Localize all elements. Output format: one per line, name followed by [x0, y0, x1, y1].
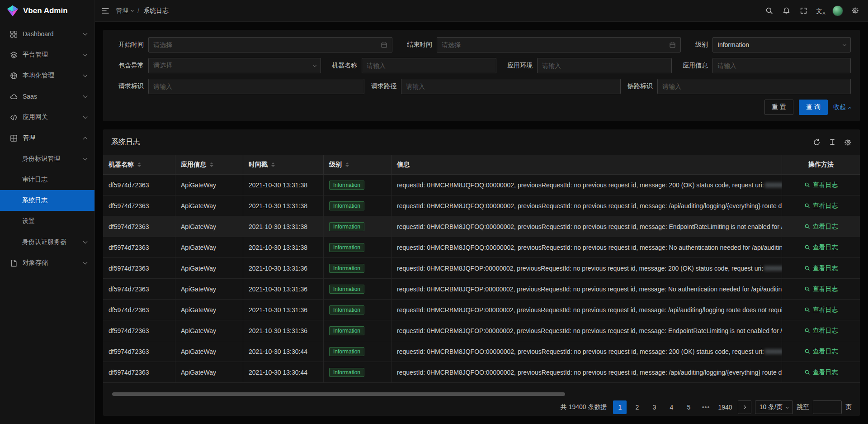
- sidebar-item-identity-server[interactable]: 身份认证服务器: [0, 232, 94, 252]
- col-header-timestamp[interactable]: 时间戳: [243, 155, 324, 175]
- sidebar-item-localization[interactable]: 本地化管理: [0, 65, 94, 86]
- sidebar-item-audit-logs[interactable]: 审计日志: [0, 169, 94, 190]
- level-badge: Information: [329, 368, 364, 377]
- field-request-path: 请求路径: [365, 79, 621, 94]
- cell-machine-name: df5974d72363: [103, 341, 175, 362]
- logo[interactable]: Vben Admin: [0, 0, 94, 22]
- avatar: [832, 5, 843, 16]
- app-info-field[interactable]: [712, 58, 851, 73]
- app-env-field[interactable]: [537, 58, 672, 73]
- sidebar-item-settings[interactable]: 设置: [0, 211, 94, 232]
- page-button-2[interactable]: 2: [630, 400, 644, 414]
- filter-panel: 开始时间 结束时间: [103, 30, 860, 121]
- page-button-last[interactable]: 1940: [716, 400, 734, 414]
- col-header-message: 信息: [392, 155, 782, 175]
- request-path-field[interactable]: [401, 79, 621, 94]
- chevron-down-icon: [131, 8, 134, 11]
- view-log-link[interactable]: 查看日志: [804, 348, 838, 356]
- trace-id-input[interactable]: [662, 83, 846, 90]
- table-header-row: 机器名称 应用信息 时间戳 级别: [103, 155, 860, 175]
- cell-message: requestId: 0HMCRBM8JQFOP:00000002, previ…: [392, 300, 782, 320]
- cell-machine-name: df5974d72363: [103, 216, 175, 237]
- cell-timestamp: 2021-10-30 13:31:36: [243, 279, 324, 300]
- gateway-icon: [10, 114, 18, 121]
- sidebar-item-identity-management[interactable]: 身份标识管理: [0, 148, 94, 169]
- jump-page-input[interactable]: [813, 400, 842, 414]
- request-id-field[interactable]: [148, 79, 364, 94]
- app-env-input[interactable]: [542, 62, 667, 69]
- view-log-link[interactable]: 查看日志: [804, 181, 838, 189]
- col-header-level[interactable]: 级别: [324, 155, 392, 175]
- row-height-icon[interactable]: [829, 138, 836, 146]
- view-log-link[interactable]: 查看日志: [804, 202, 838, 210]
- column-settings-gear-icon[interactable]: [844, 138, 852, 146]
- cell-machine-name: df5974d72363: [103, 300, 175, 320]
- request-path-input[interactable]: [406, 83, 616, 90]
- translate-icon[interactable]: 文A: [812, 0, 829, 22]
- level-select[interactable]: Information: [712, 37, 851, 52]
- sidebar-item-system-logs[interactable]: 系统日志: [0, 190, 94, 211]
- cell-level: Information: [324, 362, 392, 383]
- chevron-up-icon: [83, 137, 88, 141]
- page-button-1[interactable]: 1: [613, 400, 627, 414]
- settings-gear-icon[interactable]: [846, 0, 863, 22]
- notification-bell-icon[interactable]: [778, 0, 795, 22]
- table-row: df5974d72363 ApiGateWay 2021-10-30 13:31…: [103, 279, 860, 300]
- app-info-input[interactable]: [717, 62, 846, 69]
- request-id-input[interactable]: [153, 83, 359, 90]
- machine-name-field[interactable]: [362, 58, 496, 73]
- pagination-ellipsis[interactable]: •••: [699, 400, 712, 414]
- fullscreen-icon[interactable]: [795, 0, 812, 22]
- cell-action: 查看日志: [782, 279, 860, 300]
- breadcrumb-parent[interactable]: 管理: [116, 7, 133, 15]
- sidebar-menu: Dashboard 平台管理 本地化管理: [0, 22, 94, 424]
- search-button[interactable]: 查 询: [799, 100, 828, 115]
- user-avatar[interactable]: [829, 0, 846, 22]
- view-log-link[interactable]: 查看日志: [804, 243, 838, 252]
- page-button-5[interactable]: 5: [682, 400, 695, 414]
- start-time-datepicker[interactable]: [148, 37, 392, 52]
- sidebar-item-gateway[interactable]: 应用网关: [0, 107, 94, 128]
- cell-app-info: ApiGateWay: [175, 195, 243, 216]
- end-time-datepicker[interactable]: [437, 37, 681, 52]
- sidebar-item-object-storage[interactable]: 对象存储: [0, 252, 94, 273]
- col-header-machine-name[interactable]: 机器名称: [103, 155, 175, 175]
- sidebar-collapse-button[interactable]: [95, 0, 116, 22]
- search-icon[interactable]: [760, 0, 778, 22]
- trace-id-field[interactable]: [657, 79, 851, 94]
- breadcrumb-current: 系统日志: [143, 7, 169, 15]
- end-time-input[interactable]: [442, 41, 665, 48]
- view-log-link[interactable]: 查看日志: [804, 306, 838, 314]
- view-log-link[interactable]: 查看日志: [804, 285, 838, 293]
- page-size-select[interactable]: 10 条/页: [755, 400, 793, 414]
- logo-icon: [6, 5, 19, 17]
- page-button-4[interactable]: 4: [665, 400, 678, 414]
- sidebar-item-label: 对象存储: [23, 259, 84, 267]
- refresh-icon[interactable]: [813, 138, 821, 146]
- cell-app-info: ApiGateWay: [175, 362, 243, 383]
- view-log-link[interactable]: 查看日志: [804, 368, 838, 376]
- sidebar-item-saas[interactable]: Saas: [0, 86, 94, 107]
- next-page-button[interactable]: [738, 400, 751, 414]
- view-log-link[interactable]: 查看日志: [804, 264, 838, 272]
- col-header-app-info[interactable]: 应用信息: [175, 155, 243, 175]
- view-log-link[interactable]: 查看日志: [804, 223, 838, 231]
- sidebar-item-management[interactable]: 管理: [0, 128, 94, 148]
- table-row: df5974d72363 ApiGateWay 2021-10-30 13:31…: [103, 195, 860, 216]
- cell-level: Information: [324, 175, 392, 195]
- reset-button[interactable]: 重 置: [764, 100, 793, 115]
- view-log-link[interactable]: 查看日志: [804, 327, 838, 335]
- level-badge: Information: [329, 264, 364, 273]
- table-row: df5974d72363 ApiGateWay 2021-10-30 13:30…: [103, 362, 860, 383]
- sidebar-item-platform[interactable]: 平台管理: [0, 44, 94, 65]
- has-exception-select[interactable]: 请选择: [148, 58, 321, 73]
- machine-name-input[interactable]: [367, 62, 491, 69]
- cell-action: 查看日志: [782, 216, 860, 237]
- start-time-input[interactable]: [153, 41, 377, 48]
- collapse-filter-link[interactable]: 收起: [833, 103, 851, 111]
- page-button-3[interactable]: 3: [647, 400, 661, 414]
- chevron-right-icon: [742, 405, 745, 409]
- pagination-total: 共 19400 条数据: [561, 403, 607, 411]
- scrollbar-thumb[interactable]: [112, 392, 565, 396]
- sidebar-item-dashboard[interactable]: Dashboard: [0, 24, 94, 44]
